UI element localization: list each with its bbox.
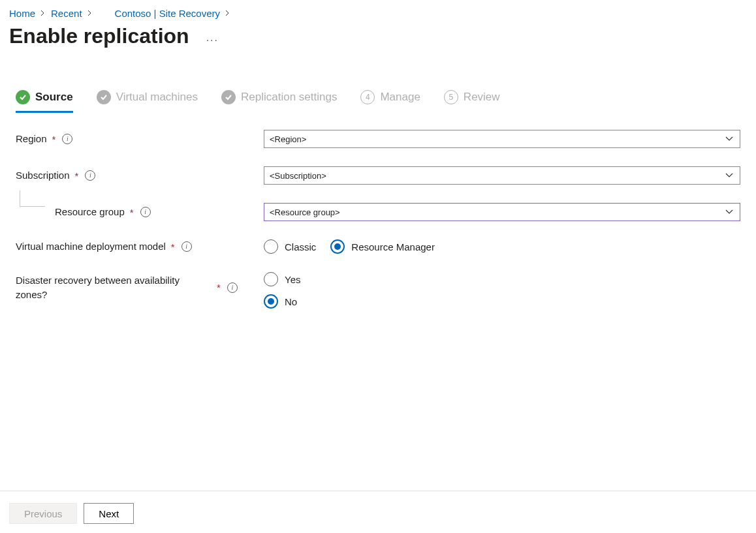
required-indicator: * <box>217 282 221 293</box>
page-header: Enable replication ··· <box>0 19 756 51</box>
radio-resource-manager[interactable]: Resource Manager <box>330 239 435 254</box>
region-dropdown[interactable]: <Region> <box>264 130 740 148</box>
chevron-right-icon <box>40 10 46 18</box>
label-resource-group: Resource group * i <box>16 205 264 219</box>
step-review[interactable]: 5 Review <box>444 90 500 113</box>
radio-label: No <box>285 296 297 307</box>
step-replication-settings[interactable]: Replication settings <box>221 90 337 113</box>
radio-label: Resource Manager <box>351 241 435 252</box>
row-subscription: Subscription * i <Subscription> <box>16 166 740 185</box>
radio-icon <box>264 239 278 254</box>
page-title: Enable replication <box>9 24 189 48</box>
step-source[interactable]: Source <box>16 90 73 113</box>
step-virtual-machines[interactable]: Virtual machines <box>97 90 198 113</box>
radio-icon <box>264 294 278 309</box>
label-dr-between-az: Disaster recovery between availability z… <box>16 272 264 302</box>
row-resource-group: Resource group * i <Resource group> <box>16 203 740 221</box>
row-deployment-model: Virtual machine deployment model * i Cla… <box>16 239 740 254</box>
deployment-model-radio-group: Classic Resource Manager <box>264 239 435 254</box>
chevron-down-icon <box>725 172 734 179</box>
radio-icon <box>330 239 345 254</box>
check-icon <box>16 90 30 104</box>
footer: Previous Next <box>0 491 756 533</box>
chevron-down-icon <box>725 136 734 142</box>
breadcrumb: Home Recent Contoso | Site Recovery <box>0 0 756 19</box>
info-icon[interactable]: i <box>181 241 192 252</box>
radio-no[interactable]: No <box>264 294 297 309</box>
previous-button: Previous <box>9 503 77 524</box>
steps-nav: Source Virtual machines Replication sett… <box>0 51 756 113</box>
radio-yes[interactable]: Yes <box>264 272 300 286</box>
step-number-icon: 4 <box>360 90 375 104</box>
radio-label: Yes <box>285 274 300 285</box>
step-manage[interactable]: 4 Manage <box>360 90 420 113</box>
form: Region * i <Region> Subscription * i <box>0 113 756 327</box>
step-label: Review <box>464 91 500 104</box>
breadcrumb-recent[interactable]: Recent <box>51 8 82 19</box>
step-number-icon: 5 <box>444 90 458 104</box>
chevron-down-icon <box>725 209 734 215</box>
check-icon <box>97 90 111 104</box>
row-dr-between-az: Disaster recovery between availability z… <box>16 272 740 309</box>
step-label: Virtual machines <box>116 91 198 104</box>
dropdown-value: <Region> <box>270 134 306 144</box>
next-button[interactable]: Next <box>84 503 134 524</box>
info-icon[interactable]: i <box>62 134 72 144</box>
resource-group-dropdown[interactable]: <Resource group> <box>264 203 740 221</box>
radio-label: Classic <box>285 241 316 252</box>
info-icon[interactable]: i <box>140 207 151 217</box>
step-label: Manage <box>380 91 420 104</box>
check-icon <box>221 90 236 104</box>
more-menu-icon[interactable]: ··· <box>202 31 223 50</box>
label-region: Region * i <box>16 132 264 146</box>
page-root: Home Recent Contoso | Site Recovery Enab… <box>0 0 756 533</box>
radio-classic[interactable]: Classic <box>264 239 316 254</box>
info-icon[interactable]: i <box>227 282 238 293</box>
breadcrumb-site-recovery[interactable]: Contoso | Site Recovery <box>115 8 220 19</box>
chevron-right-icon <box>225 10 230 18</box>
breadcrumb-home[interactable]: Home <box>9 8 35 19</box>
label-deployment-model: Virtual machine deployment model * i <box>16 239 264 254</box>
subscription-dropdown[interactable]: <Subscription> <box>264 166 740 185</box>
dropdown-value: <Resource group> <box>270 207 340 217</box>
step-label: Replication settings <box>241 91 337 104</box>
step-label: Source <box>35 91 73 104</box>
required-indicator: * <box>171 241 175 252</box>
info-icon[interactable]: i <box>85 170 95 181</box>
required-indicator: * <box>130 207 134 218</box>
radio-icon <box>264 272 278 286</box>
dr-between-az-radio-group: Yes No <box>264 272 300 309</box>
row-region: Region * i <Region> <box>16 130 740 148</box>
required-indicator: * <box>75 170 79 181</box>
label-subscription: Subscription * i <box>16 168 264 183</box>
dropdown-value: <Subscription> <box>270 171 326 181</box>
tree-connector-icon <box>20 190 45 207</box>
chevron-right-icon <box>87 10 93 18</box>
required-indicator: * <box>52 134 56 145</box>
